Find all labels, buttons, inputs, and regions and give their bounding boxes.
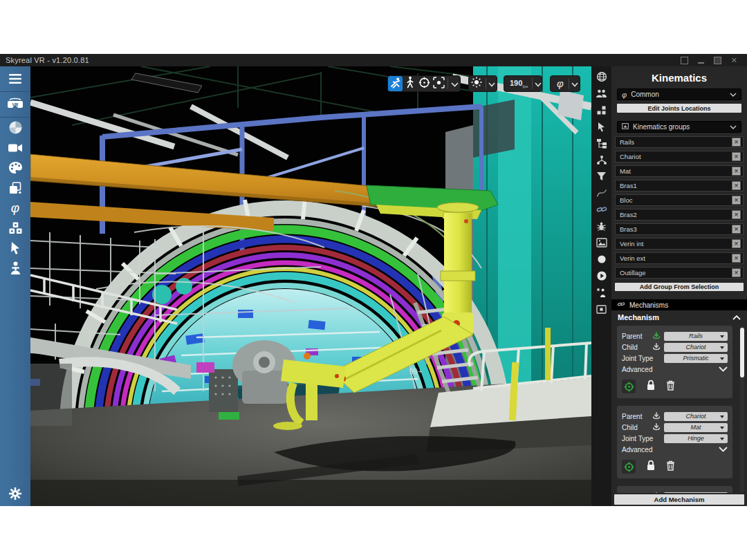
select-button[interactable]	[0, 238, 30, 258]
settings-gear-icon	[8, 487, 22, 501]
child-row: Child Mat	[622, 422, 728, 433]
camera-button[interactable]	[0, 138, 30, 158]
menu-button[interactable]	[0, 66, 30, 91]
display-dropdown-button[interactable]	[488, 76, 497, 91]
group-row[interactable]: Mat×	[615, 165, 744, 177]
child-select[interactable]: Mat	[664, 423, 728, 432]
group-row[interactable]: Rails×	[615, 136, 744, 148]
phi-icon: φ	[557, 77, 564, 89]
brightness-button[interactable]	[469, 76, 484, 91]
settings-button[interactable]	[0, 481, 30, 506]
phi-dropdown-button[interactable]	[571, 76, 580, 91]
delete-mechanism-button[interactable]	[666, 460, 675, 474]
delete-group-icon[interactable]: ×	[732, 254, 741, 263]
sphere-button[interactable]	[591, 252, 611, 269]
group-row[interactable]: Bras1×	[615, 180, 744, 192]
restore-icon[interactable]	[681, 57, 688, 64]
focus-mode-button[interactable]	[432, 76, 446, 91]
group-row[interactable]: Verin int×	[615, 238, 744, 250]
minimize-icon[interactable]	[698, 57, 704, 64]
chevron-down-icon	[451, 77, 459, 90]
focus-frame-icon	[433, 77, 445, 91]
filter-button[interactable]	[591, 169, 611, 186]
mechanisms-header[interactable]: Mechanisms	[611, 299, 747, 310]
viewport-3d[interactable]: 99+	[30, 66, 591, 506]
close-icon[interactable]: ✕	[731, 57, 737, 64]
snap-target-button[interactable]	[622, 460, 636, 474]
fly-mode-button[interactable]	[388, 76, 403, 91]
blocks-button[interactable]	[591, 103, 611, 120]
delete-group-icon[interactable]: ×	[732, 225, 741, 234]
parent-select[interactable]: Rails	[664, 332, 728, 341]
select-cursor-button[interactable]	[591, 120, 611, 136]
joint-type-select[interactable]: Prismatic	[664, 354, 728, 363]
panel-scrollbar[interactable]	[740, 326, 744, 493]
globe-button[interactable]	[591, 70, 611, 86]
hierarchy-button[interactable]	[591, 136, 611, 153]
render-mode-button[interactable]	[0, 118, 30, 138]
delete-group-icon[interactable]: ×	[732, 196, 741, 205]
delete-group-icon[interactable]: ×	[732, 181, 741, 190]
delete-group-icon[interactable]: ×	[732, 138, 741, 147]
kinematics-groups-dropdown[interactable]: Kinematics groups	[617, 121, 741, 133]
nav-dropdown-button[interactable]	[449, 76, 460, 91]
common-dropdown[interactable]: φ Common	[617, 88, 741, 100]
image-button[interactable]	[591, 236, 611, 252]
lock-button[interactable]	[646, 380, 656, 393]
advanced-row[interactable]: Advanced	[622, 364, 728, 375]
pick-child-icon[interactable]	[652, 423, 661, 431]
mechanism-section-toggle[interactable]: Mechanism	[611, 310, 747, 324]
delete-group-icon[interactable]: ×	[732, 167, 741, 176]
add-group-button[interactable]: Add Group From Selection	[615, 283, 744, 291]
mechanisms-scroll-area[interactable]: Parent Rails Child Chariot Joint Type Pr…	[611, 324, 747, 493]
pick-parent-icon[interactable]	[652, 332, 661, 340]
duplicate-button[interactable]	[0, 178, 30, 198]
vr-mode-button[interactable]: VR	[0, 92, 30, 117]
link-button[interactable]	[591, 203, 611, 219]
collaborators-button[interactable]	[591, 86, 611, 103]
bug-button[interactable]	[591, 219, 611, 236]
delete-group-icon[interactable]: ×	[732, 239, 741, 248]
play-button[interactable]	[591, 269, 611, 286]
avatar-button[interactable]	[0, 258, 30, 278]
advanced-row[interactable]: Advanced	[622, 444, 728, 455]
walk-mode-button[interactable]	[403, 76, 417, 91]
group-row[interactable]: Chariot×	[615, 151, 744, 162]
fps-dropdown-button[interactable]	[534, 76, 542, 91]
delete-group-icon[interactable]: ×	[732, 210, 741, 219]
phi-icon: φ	[622, 91, 627, 99]
phi-menu-button[interactable]: φ	[551, 77, 567, 91]
joint-type-select[interactable]: Hinge	[664, 434, 728, 443]
group-row[interactable]: Bras2×	[615, 209, 744, 221]
avatar-star-button[interactable]	[591, 286, 611, 302]
org-chart-button[interactable]	[591, 153, 611, 169]
parent-label: Parent	[622, 413, 652, 420]
parent-select[interactable]: Mat	[664, 492, 728, 494]
spline-button[interactable]	[591, 186, 611, 203]
add-mechanism-button[interactable]: Add Mechanism	[614, 494, 744, 505]
pick-parent-icon[interactable]	[652, 492, 661, 493]
assembly-button[interactable]	[0, 218, 30, 238]
paint-button[interactable]	[0, 158, 30, 178]
group-row[interactable]: Verin ext×	[615, 252, 744, 264]
capture-button[interactable]	[591, 302, 611, 319]
pick-child-icon[interactable]	[652, 343, 661, 351]
delete-group-icon[interactable]: ×	[732, 152, 741, 161]
pick-parent-icon[interactable]	[652, 412, 661, 420]
group-row[interactable]: Outillage×	[615, 267, 744, 279]
lock-button[interactable]	[646, 460, 656, 474]
group-label: Chariot	[620, 153, 641, 160]
phi-tools-button[interactable]: φ	[0, 198, 30, 218]
snap-target-button[interactable]	[622, 380, 636, 393]
group-row[interactable]: Bloc×	[615, 194, 744, 206]
delete-mechanism-button[interactable]	[666, 380, 675, 393]
edit-joints-button[interactable]: Edit Joints Locations	[617, 104, 741, 113]
maximize-icon[interactable]	[714, 57, 721, 64]
child-select[interactable]: Chariot	[664, 343, 728, 352]
delete-group-icon[interactable]: ×	[732, 268, 741, 277]
group-row[interactable]: Bras3×	[615, 223, 744, 235]
parent-select[interactable]: Chariot	[664, 412, 728, 421]
scrollbar-thumb[interactable]	[740, 328, 744, 377]
teleport-mode-button[interactable]	[417, 76, 432, 91]
window-controls: ✕	[681, 57, 747, 64]
